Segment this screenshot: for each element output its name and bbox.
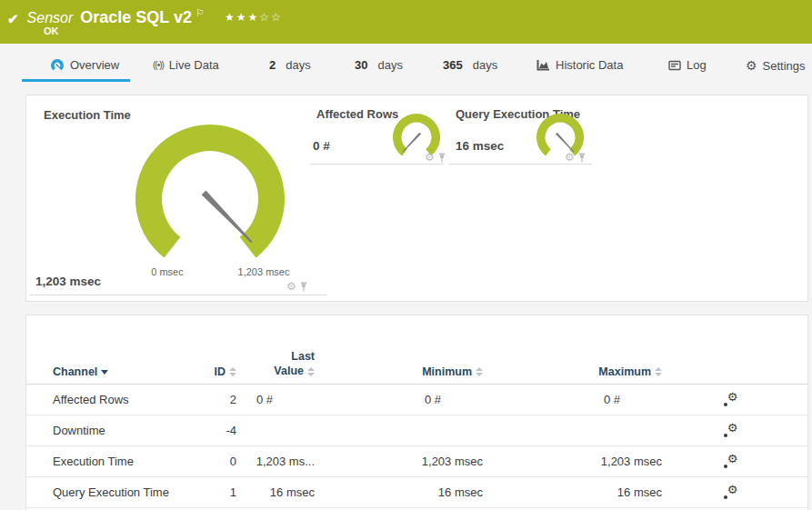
tab-label: Log <box>687 58 707 72</box>
table-row[interactable]: Query Execution Time 1 16 msec 16 msec 1… <box>26 477 807 508</box>
column-header-channel[interactable]: Channel <box>26 365 190 378</box>
sensor-name: Oracle SQL v2 <box>80 8 192 27</box>
tab-label: Overview <box>70 58 119 72</box>
channel-maximum: 1,203 msec <box>483 455 662 468</box>
gauge-scale-min: 0 msec <box>135 266 199 277</box>
tab-label: days <box>377 58 402 72</box>
channel-id: 0 <box>190 455 236 468</box>
column-label: Minimum <box>422 365 472 378</box>
tab-number: 2 <box>269 58 276 72</box>
gauge-needle <box>402 133 421 153</box>
gauge-needle <box>202 190 255 244</box>
affected-rows-value: 0 # <box>313 139 330 153</box>
column-header-id[interactable]: ID <box>190 365 236 378</box>
table-row[interactable]: Downtime -4 ⚙ <box>26 415 807 446</box>
tab-overview[interactable]: Overview <box>50 58 119 72</box>
tab-live-data[interactable]: ((•)) Live Data <box>153 58 219 72</box>
divider <box>30 295 326 295</box>
channel-name: Downtime <box>26 424 190 437</box>
channel-minimum: 1,203 msec <box>315 455 483 468</box>
channel-settings-icon[interactable]: ⚙ <box>723 455 738 469</box>
tab-settings[interactable]: ⚙ Settings <box>746 58 806 73</box>
pin-icon[interactable] <box>300 282 307 292</box>
tab-number: 365 <box>443 58 463 72</box>
tab-log[interactable]: Log <box>668 58 707 72</box>
query-execution-time-value: 16 msec <box>456 139 504 153</box>
tab-label: Historic Data <box>556 58 623 72</box>
gear-icon[interactable]: ⚙ <box>286 280 296 293</box>
sensor-tab-bar: Overview ((•)) Live Data 2 days 30 days … <box>0 44 812 91</box>
divider <box>449 164 592 165</box>
column-header-minimum[interactable]: Minimum <box>315 365 483 378</box>
object-kind-label: Sensor <box>27 10 74 26</box>
channel-settings-icon[interactable]: ⚙ <box>723 393 738 407</box>
tab-label: Live Data <box>169 58 219 72</box>
column-label: ID <box>215 365 226 378</box>
tab-2-days[interactable]: 2 days <box>269 58 311 72</box>
column-label: Maximum <box>598 365 651 378</box>
channel-maximum: 0 # <box>483 393 662 406</box>
historic-chart-icon <box>536 59 550 71</box>
log-icon <box>668 60 681 71</box>
channel-table-panel: Channel ID Last Value Minimum Maximum <box>25 315 808 510</box>
tab-label: days <box>473 58 497 72</box>
table-row[interactable]: Execution Time 0 1,203 ms... 1,203 msec … <box>26 446 807 477</box>
flag-icon[interactable]: ⚐ <box>195 7 205 19</box>
gauge-needle <box>556 133 575 153</box>
tab-label: Settings <box>763 59 806 73</box>
sensor-status-text: OK <box>44 25 59 36</box>
gauge-toolbar: ⚙ <box>286 280 307 293</box>
priority-star-rating[interactable]: ★★★☆☆ <box>225 11 283 24</box>
gauges-panel: Execution Time 0 msec 1,203 msec 1,203 m… <box>25 95 808 302</box>
execution-time-gauge[interactable] <box>128 115 292 270</box>
channel-minimum: 16 msec <box>315 485 483 499</box>
sort-arrows-icon <box>476 367 483 376</box>
channel-last-value: 1,203 ms... <box>236 455 315 468</box>
tab-historic-data[interactable]: Historic Data <box>536 58 623 72</box>
channel-settings-icon[interactable]: ⚙ <box>723 424 738 438</box>
channel-maximum: 16 msec <box>483 485 662 499</box>
sort-desc-icon <box>101 370 108 375</box>
column-header-last-value[interactable]: Last Value <box>236 349 315 378</box>
status-check-icon: ✔ <box>7 11 19 27</box>
column-label: Channel <box>53 365 97 378</box>
gauge-scale-max: 1,203 msec <box>227 266 300 277</box>
affected-rows-gauge-title: Affected Rows <box>316 107 398 121</box>
channel-settings-icon[interactable]: ⚙ <box>723 485 738 500</box>
channel-last-value: 0 # <box>236 393 315 406</box>
gear-icon[interactable]: ⚙ <box>425 151 435 164</box>
channel-id: 1 <box>190 485 236 499</box>
pin-icon[interactable] <box>578 153 586 163</box>
column-label: Value <box>274 364 304 378</box>
live-data-icon: ((•)) <box>153 60 164 70</box>
gauge-toolbar: ⚙ <box>565 151 586 164</box>
column-header-maximum[interactable]: Maximum <box>483 365 662 378</box>
tab-30-days[interactable]: 30 days <box>355 58 403 72</box>
table-row[interactable]: Affected Rows 2 0 # 0 # 0 # ⚙ <box>26 385 807 415</box>
main-gauge-value: 1,203 msec <box>35 275 101 288</box>
table-header-row: Channel ID Last Value Minimum Maximum <box>26 315 807 385</box>
channel-last-value: 16 msec <box>236 485 315 499</box>
gauge-icon <box>50 58 65 72</box>
channel-name: Execution Time <box>26 455 190 468</box>
gauge-toolbar: ⚙ <box>425 151 446 164</box>
sensor-status-banner: ✔ Sensor Oracle SQL v2 ⚐ ★★★☆☆ OK <box>0 0 812 44</box>
main-gauge-title: Execution Time <box>44 108 131 122</box>
channel-id: 2 <box>190 393 236 406</box>
sort-arrows-icon <box>307 367 315 376</box>
divider <box>310 164 444 165</box>
settings-gear-icon: ⚙ <box>746 58 757 73</box>
gear-icon[interactable]: ⚙ <box>565 151 575 164</box>
column-label: Last <box>291 349 315 364</box>
channel-name: Query Execution Time <box>26 485 190 499</box>
tab-365-days[interactable]: 365 days <box>443 58 497 72</box>
sort-arrows-icon <box>655 367 662 376</box>
channel-name: Affected Rows <box>26 393 190 406</box>
tab-label: days <box>286 58 310 72</box>
tab-number: 30 <box>355 58 367 72</box>
channel-minimum: 0 # <box>315 393 483 406</box>
sort-arrows-icon <box>229 367 236 376</box>
pin-icon[interactable] <box>438 153 446 163</box>
channel-id: -4 <box>190 424 236 437</box>
